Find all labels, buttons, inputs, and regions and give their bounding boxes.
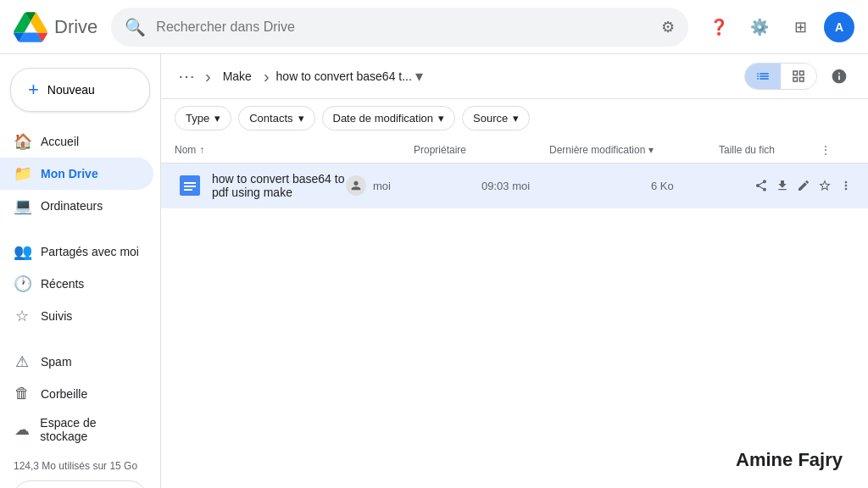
new-button[interactable]: + Nouveau — [10, 68, 150, 112]
main-content: ⋯ › Make › how to convert base64 t... ▾ — [161, 54, 868, 488]
grid-view-button[interactable] — [781, 64, 816, 89]
filters-bar: Type ▾ Contacts ▾ Date de modification ▾… — [161, 99, 868, 137]
sidebar-item-label: Corbeille — [41, 387, 87, 401]
clock-icon: 🕐 — [14, 274, 31, 293]
sidebar-item-label: Espace de stockage — [40, 416, 143, 443]
drive-logo-icon — [14, 10, 47, 44]
row-actions — [753, 174, 854, 197]
main-toolbar: ⋯ › Make › how to convert base64 t... ▾ — [161, 54, 868, 99]
filter-type-label: Type — [186, 112, 209, 125]
breadcrumb-separator-1: › — [205, 67, 211, 86]
table-header: Nom ↑ Propriétaire Dernière modification… — [161, 137, 868, 164]
sidebar-item-stockage[interactable]: ☁ Espace de stockage — [0, 409, 153, 450]
edit-button[interactable] — [795, 174, 813, 197]
search-bar[interactable]: 🔍 ⚙ — [111, 8, 688, 47]
upgrade-storage-button[interactable]: Augmenter l'espace de stockage — [14, 480, 147, 488]
app-header: Drive 🔍 ⚙ ❓ ⚙️ ⊞ A — [0, 0, 868, 54]
sidebar-item-mon-drive[interactable]: 📁 Mon Drive — [0, 158, 153, 190]
breadcrumb-current-folder[interactable]: how to convert base64 t... ▾ — [276, 67, 423, 86]
file-name: how to convert base64 to pdf using make — [212, 172, 346, 199]
file-table: Nom ↑ Propriétaire Dernière modification… — [161, 137, 868, 488]
search-input[interactable] — [156, 19, 651, 35]
sort-icon: ↑ — [199, 144, 204, 156]
col-header-owner: Propriétaire — [414, 144, 549, 156]
list-view-button[interactable] — [745, 64, 781, 89]
sidebar: + Nouveau 🏠 Accueil 📁 Mon Drive 💻 Ordina… — [0, 54, 161, 488]
storage-text: 124,3 Mo utilisés sur 15 Go — [14, 460, 147, 472]
sidebar-item-spam[interactable]: ⚠ Spam — [0, 346, 153, 378]
filter-date-arrow: ▾ — [438, 112, 444, 125]
filter-source-label: Source — [473, 112, 508, 125]
modified-sort-icon: ▾ — [648, 144, 654, 156]
drive-folder-icon: 📁 — [14, 164, 31, 183]
svg-rect-1 — [184, 182, 196, 184]
file-type-icon — [175, 170, 205, 201]
filter-contacts-button[interactable]: Contacts ▾ — [238, 106, 314, 130]
owner-cell: moi — [346, 175, 481, 196]
breadcrumb-separator-2: › — [264, 67, 270, 86]
filter-source-button[interactable]: Source ▾ — [462, 106, 530, 130]
download-button[interactable] — [774, 174, 792, 197]
sidebar-item-label: Suivis — [41, 309, 72, 323]
logo[interactable]: Drive — [14, 10, 97, 44]
watermark: Amine Fajry — [736, 449, 843, 471]
star-outline-icon — [818, 179, 832, 192]
star-button[interactable] — [815, 174, 833, 197]
breadcrumb-current-label: how to convert base64 t... — [276, 69, 412, 83]
filter-type-button[interactable]: Type ▾ — [175, 106, 231, 130]
sidebar-item-recents[interactable]: 🕐 Récents — [0, 268, 153, 300]
col-header-actions[interactable]: ⋮ — [821, 144, 854, 156]
sidebar-item-label: Accueil — [41, 135, 79, 148]
share-button[interactable] — [753, 174, 771, 197]
apps-button[interactable]: ⊞ — [783, 10, 817, 44]
info-button[interactable] — [824, 61, 854, 92]
filter-date-button[interactable]: Date de modification ▾ — [322, 106, 456, 130]
sidebar-item-label: Récents — [41, 277, 84, 291]
view-toggle — [744, 63, 817, 90]
info-icon — [831, 68, 848, 85]
storage-section: 124,3 Mo utilisés sur 15 Go Augmenter l'… — [0, 450, 160, 488]
sidebar-item-suivis[interactable]: ☆ Suivis — [0, 300, 153, 332]
header-actions: ❓ ⚙️ ⊞ A — [702, 10, 854, 44]
trash-icon: 🗑 — [14, 385, 31, 402]
owner-avatar — [346, 175, 366, 196]
sidebar-item-label: Mon Drive — [41, 167, 98, 180]
breadcrumb-dropdown-icon: ▾ — [415, 67, 423, 86]
sidebar-item-label: Ordinateurs — [41, 199, 103, 213]
sidebar-item-corbeille[interactable]: 🗑 Corbeille — [0, 378, 153, 409]
home-icon: 🏠 — [14, 132, 31, 151]
person-icon — [349, 179, 363, 192]
computer-icon: 💻 — [14, 197, 31, 215]
avatar[interactable]: A — [824, 12, 854, 42]
breadcrumb-make[interactable]: Make — [218, 66, 257, 86]
sidebar-item-label: Spam — [41, 355, 72, 369]
col-header-modified[interactable]: Dernière modification ▾ — [549, 144, 719, 156]
more-actions-button[interactable] — [837, 174, 854, 197]
star-icon: ☆ — [14, 307, 31, 325]
logo-text: Drive — [54, 16, 97, 38]
file-name-cell: how to convert base64 to pdf using make — [212, 172, 346, 199]
sidebar-item-partages[interactable]: 👥 Partagés avec moi — [0, 236, 153, 268]
sidebar-item-accueil[interactable]: 🏠 Accueil — [0, 125, 153, 158]
filter-date-label: Date de modification — [333, 112, 434, 125]
help-button[interactable]: ❓ — [702, 10, 736, 44]
settings-button[interactable]: ⚙️ — [743, 10, 776, 44]
grid-view-icon — [791, 69, 806, 84]
list-view-icon — [755, 69, 771, 84]
table-row[interactable]: how to convert base64 to pdf using make … — [161, 164, 868, 208]
col-header-name[interactable]: Nom ↑ — [175, 144, 414, 156]
filter-icon[interactable]: ⚙ — [661, 18, 675, 36]
filter-source-arrow: ▾ — [513, 112, 519, 125]
edit-icon — [797, 179, 810, 192]
breadcrumb-more-button[interactable]: ⋯ — [175, 63, 198, 90]
sidebar-item-ordinateurs[interactable]: 💻 Ordinateurs — [0, 190, 153, 222]
share-icon — [754, 179, 768, 192]
doc-icon — [180, 175, 200, 196]
spam-icon: ⚠ — [14, 352, 31, 371]
filter-type-arrow: ▾ — [214, 112, 220, 125]
more-vert-icon — [839, 179, 853, 192]
size-cell: 6 Ko — [651, 180, 753, 192]
filter-contacts-label: Contacts — [249, 112, 292, 125]
sidebar-item-label: Partagés avec moi — [41, 245, 139, 258]
search-icon: 🔍 — [125, 17, 146, 37]
